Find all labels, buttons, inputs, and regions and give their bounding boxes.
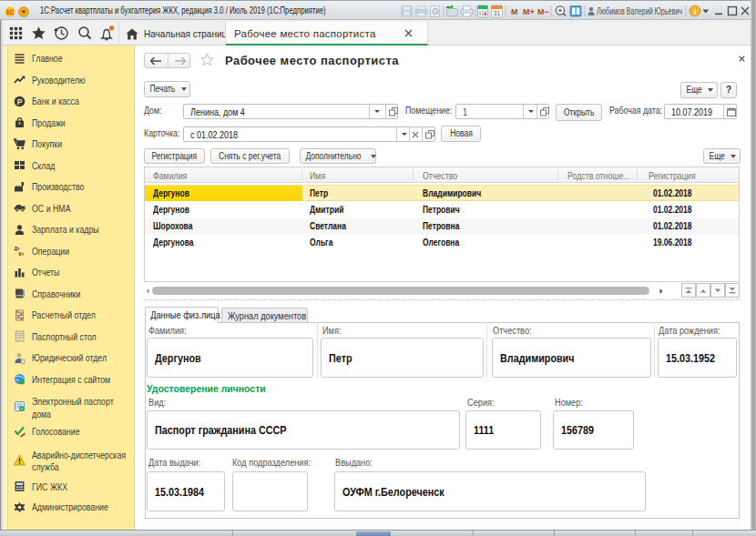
svg-text:Р: Р bbox=[17, 96, 23, 106]
svg-text:M−: M− bbox=[537, 7, 549, 16]
svg-text:M: M bbox=[511, 7, 518, 16]
svg-text:1С: 1С bbox=[6, 9, 15, 15]
svg-text:Кт: Кт bbox=[19, 251, 25, 257]
svg-text:M+: M+ bbox=[523, 7, 535, 16]
svg-text:31: 31 bbox=[494, 10, 501, 16]
svg-text:Любимов Валерий Юрьевич: Любимов Валерий Юрьевич bbox=[597, 5, 682, 16]
svg-text:Дт: Дт bbox=[14, 246, 20, 251]
